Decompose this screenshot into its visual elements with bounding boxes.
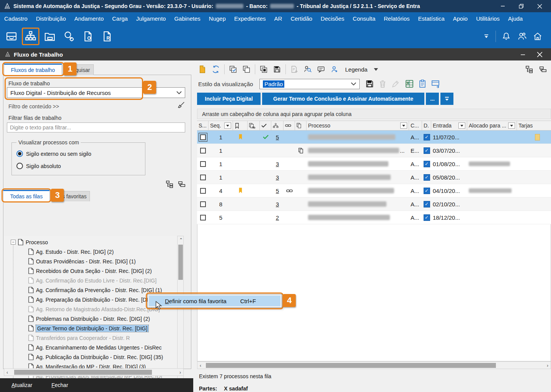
person-badge-icon[interactable] <box>329 64 339 74</box>
row-checkbox[interactable] <box>200 215 206 220</box>
menu-decisoes[interactable]: Decisões <box>316 15 349 22</box>
col-pages[interactable] <box>295 121 306 130</box>
col-seq[interactable]: Seq. <box>209 121 233 130</box>
tab-todas-as-filas[interactable]: Todas as filas <box>3 190 50 201</box>
restore-button[interactable] <box>514 1 529 11</box>
incluir-peca-digital-button[interactable]: Incluir Peça Digital <box>197 93 261 105</box>
table-row[interactable]: 5 2 A... ✓ 18/12/20... <box>197 211 551 224</box>
menu-gabinetes[interactable]: Gabinetes <box>170 15 204 22</box>
pecas-link[interactable]: 5 <box>276 134 279 140</box>
menu-consulta[interactable]: Consulta <box>349 15 380 22</box>
col-chain[interactable] <box>284 121 295 130</box>
col-bookmark[interactable] <box>233 121 248 130</box>
col-d[interactable]: D. <box>422 121 431 130</box>
document-r-icon[interactable]: R <box>99 28 116 45</box>
tree-horizontal-scrollbar[interactable]: ‹ › <box>4 368 184 376</box>
close-button[interactable] <box>532 1 547 11</box>
content-filter-link[interactable]: Filtro de conteúdo >> <box>8 103 59 109</box>
col-c[interactable]: C... <box>409 121 422 130</box>
fechar-button[interactable]: Fechar <box>51 382 68 388</box>
users-icon[interactable] <box>517 31 527 41</box>
menu-expedientes[interactable]: Expedientes <box>230 15 270 22</box>
tree-item-queue-disabled[interactable]: Transferidos para Cooperador - Distr. R <box>28 333 130 343</box>
table-row[interactable]: 8 3 A... ✓ 02/10/20... <box>197 198 551 211</box>
report-icon[interactable] <box>418 79 427 88</box>
pecas-link[interactable]: 2 <box>276 214 279 221</box>
clear-filter-brush-icon[interactable] <box>177 101 185 109</box>
collapse-expander-icon[interactable]: − <box>11 240 16 245</box>
expand-grid-tree-icon[interactable] <box>525 65 533 74</box>
tab-fluxos-de-trabalho[interactable]: Fluxos de trabalho <box>4 64 62 75</box>
col-check[interactable] <box>260 121 271 130</box>
tree-item-queue[interactable]: Outras Providências - Distr. Rec. [DIG] … <box>28 256 136 266</box>
col-copy-link[interactable] <box>248 121 260 130</box>
filter-button-icon[interactable] <box>508 122 515 129</box>
table-row[interactable]: 4 5 A... ✓ 04/10/20... <box>197 184 551 198</box>
menu-cadastro[interactable]: Cadastro <box>0 15 32 22</box>
tree-item-queue-disabled[interactable]: Ag. Retorno de Magistrado Afastado-Distr… <box>28 304 160 314</box>
copy-save-icon[interactable] <box>259 64 269 74</box>
queue-filter-input[interactable] <box>7 122 185 132</box>
tree-item-queue[interactable]: Ag. Encaminhamento de Medidas Urgentes -… <box>28 343 161 352</box>
menu-julgamento[interactable]: Julgamento <box>132 15 170 22</box>
menu-distribuicao[interactable]: Distribuição <box>32 15 70 22</box>
copy-icon[interactable] <box>241 64 251 74</box>
person-search-icon[interactable] <box>303 64 313 74</box>
menu-carga[interactable]: Carga <box>108 15 132 22</box>
style-select[interactable]: Padrão <box>259 79 360 89</box>
minimize-button[interactable] <box>495 1 510 11</box>
pecas-link[interactable]: 5 <box>276 188 279 194</box>
gerar-termo-conclusao-button[interactable]: Gerar Termo de Conclusão e Assinar Autom… <box>262 93 424 105</box>
col-assign-tree[interactable] <box>271 121 284 130</box>
legend-label[interactable]: Legenda <box>345 66 367 73</box>
comment-icon[interactable] <box>316 64 326 74</box>
menu-apoio[interactable]: Apoio <box>449 15 472 22</box>
tree-item-queue[interactable]: Ag. Publicação da Distribuição - Distr. … <box>28 352 163 362</box>
tree-item-queue[interactable]: Ag. Preparação da Distribuição - Distr. … <box>28 295 161 304</box>
col-tarjas[interactable]: Tarjas <box>517 121 551 130</box>
folder-icon[interactable] <box>41 28 58 45</box>
radio-sigilo-externo[interactable]: Sigilo externo ou sem sigilo <box>16 150 91 157</box>
pecas-link[interactable]: 3 <box>276 174 279 181</box>
filter-button-icon[interactable] <box>458 122 465 129</box>
window-minimize-button[interactable] <box>520 52 525 57</box>
tree-item-queue[interactable]: Ag. Estudo - Distr. Rec. [DIG] (2) <box>28 247 114 256</box>
col-select[interactable]: S... <box>197 121 209 130</box>
menu-certidao[interactable]: Certidão <box>286 15 316 22</box>
menu-nugep[interactable]: Nugep <box>205 15 230 22</box>
tree-item-queue-selected[interactable]: Gerar Termo de Distribuição - Distr. Rec… <box>28 323 148 333</box>
tree-item-root[interactable]: − Processo <box>11 237 48 247</box>
filter-button-icon[interactable] <box>224 122 231 129</box>
tree-item-queue-disabled[interactable]: Ag. Confirmação do Estudo Livre - Distr.… <box>28 276 156 285</box>
tree-item-queue[interactable]: Ag. Confirmação da Prevenção - Distr. Re… <box>28 285 162 295</box>
row-checkbox[interactable] <box>200 188 206 194</box>
menu-relatorios[interactable]: Relatórios <box>380 15 414 22</box>
more-actions-button[interactable]: ... <box>426 93 439 105</box>
col-entrada[interactable]: Entrada <box>431 121 467 130</box>
menu-estatistica[interactable]: Estatística <box>414 15 449 22</box>
table-row[interactable]: 1 ... E... ✓ 03/07/20... <box>197 144 551 157</box>
row-checkbox[interactable] <box>200 201 206 207</box>
group-by-bar[interactable]: Arraste um cabeçalho de coluna aqui para… <box>197 109 551 119</box>
workflow-hierarchy-icon[interactable] <box>22 28 39 45</box>
collapse-grid-tree-icon[interactable] <box>539 65 547 74</box>
refresh-icon[interactable] <box>211 64 221 74</box>
tree-item-queue[interactable]: Recebidos de Outra Seção - Distr. Rec. [… <box>28 266 152 276</box>
row-checkbox[interactable] <box>200 148 206 154</box>
home-icon[interactable] <box>533 31 543 41</box>
radio-sigilo-absoluto[interactable]: Sigilo absoluto <box>16 163 61 169</box>
menu-ar[interactable]: AR <box>270 15 287 22</box>
legend-dropdown-icon[interactable] <box>374 68 378 71</box>
atualizar-button[interactable]: Atualizar <box>11 382 32 388</box>
actions-dropdown-button[interactable] <box>440 93 453 105</box>
context-menu-item-definir-fila-favorita[interactable]: Definir como fila favorita Ctrl+F <box>149 296 280 306</box>
grid-horizontal-scrollbar[interactable]: ‹ › <box>197 361 551 369</box>
scrollbar-thumb[interactable] <box>14 370 152 375</box>
scrollbar-thumb[interactable] <box>206 363 496 368</box>
save-all-icon[interactable] <box>272 64 282 74</box>
collapse-tree-icon[interactable] <box>178 180 186 188</box>
pecas-link[interactable]: 3 <box>276 161 279 167</box>
table-row[interactable]: 1 3 A... ✓ 01/08/20... <box>197 157 551 171</box>
table-row[interactable]: 1 3 A... ✓ 05/08/20... <box>197 171 551 184</box>
flow-select[interactable]: Fluxo Digital - Distribuição de Recursos <box>7 87 185 98</box>
